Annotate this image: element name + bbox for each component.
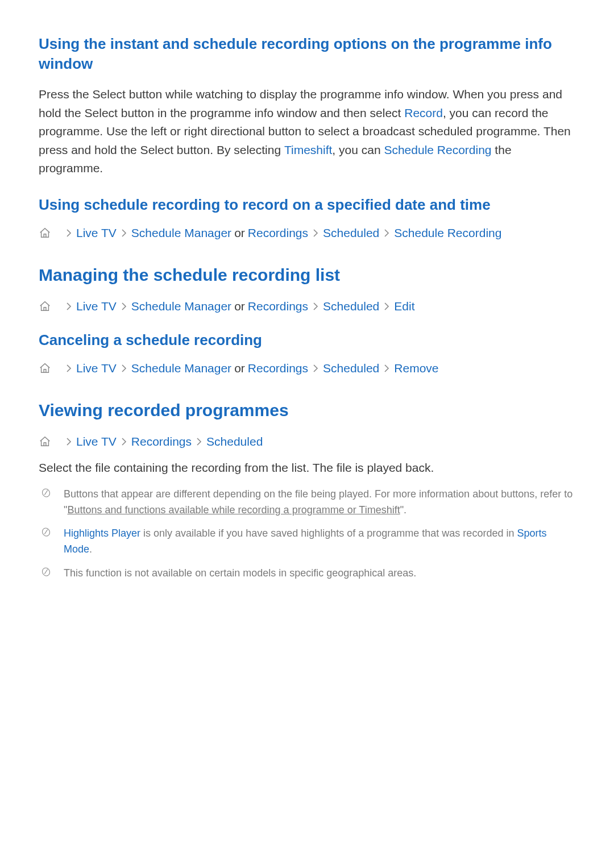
chevron-right-icon <box>63 438 74 446</box>
link-schedule-recording[interactable]: Schedule Recording <box>384 143 491 156</box>
note-icon <box>41 527 51 537</box>
svg-line-3 <box>44 530 47 534</box>
link-timeshift[interactable]: Timeshift <box>284 143 332 156</box>
section-title-using-schedule: Using schedule recording to record on a … <box>39 195 575 215</box>
chevron-right-icon <box>310 229 321 237</box>
chevron-right-icon <box>63 302 74 310</box>
section1-body: Press the Select button while watching t… <box>39 85 575 178</box>
note-item: This function is not available on certai… <box>39 566 575 582</box>
crumb-live-tv[interactable]: Live TV <box>76 300 117 313</box>
section5-body: Select the file containing the recording… <box>39 459 575 477</box>
chevron-right-icon <box>118 438 130 446</box>
chevron-right-icon <box>193 438 205 446</box>
crumb-recordings[interactable]: Recordings <box>248 300 308 313</box>
note-item: Highlights Player is only available if y… <box>39 526 575 558</box>
section-title-managing: Managing the schedule recording list <box>39 264 575 286</box>
home-icon <box>39 435 51 448</box>
chevron-right-icon <box>63 229 74 237</box>
chevron-right-icon <box>118 302 130 310</box>
svg-line-1 <box>44 490 47 495</box>
nav-path-edit: Live TV Schedule Manager or Recordings S… <box>39 300 575 313</box>
nav-path-viewing: Live TV Recordings Scheduled <box>39 435 575 448</box>
section-title-viewing: Viewing recorded programmes <box>39 399 575 421</box>
note-icon <box>41 567 51 577</box>
crumb-action[interactable]: Schedule Recording <box>394 226 501 240</box>
crumb-recordings[interactable]: Recordings <box>131 435 192 448</box>
section-title-instant-schedule: Using the instant and schedule recording… <box>39 34 575 74</box>
crumb-scheduled[interactable]: Scheduled <box>323 226 379 240</box>
chevron-right-icon <box>381 302 392 310</box>
crumb-action[interactable]: Remove <box>394 362 438 375</box>
home-icon <box>39 362 51 375</box>
crumb-schedule-manager[interactable]: Schedule Manager <box>131 300 231 313</box>
link-record[interactable]: Record <box>404 106 443 119</box>
document-page: Using the instant and schedule recording… <box>0 0 614 868</box>
text: is only available if you have saved high… <box>140 528 517 539</box>
crumb-action[interactable]: Edit <box>394 300 414 313</box>
chevron-right-icon <box>118 364 130 372</box>
crumb-live-tv[interactable]: Live TV <box>76 226 117 240</box>
home-icon <box>39 227 51 239</box>
text: This function is not available on certai… <box>64 567 416 579</box>
nav-path-remove: Live TV Schedule Manager or Recordings S… <box>39 362 575 375</box>
note-icon <box>41 488 51 498</box>
or-text: or <box>231 362 248 375</box>
crumb-scheduled[interactable]: Scheduled <box>206 435 263 448</box>
chevron-right-icon <box>381 364 392 372</box>
crumb-recordings[interactable]: Recordings <box>248 226 308 240</box>
chevron-right-icon <box>381 229 392 237</box>
crumb-scheduled[interactable]: Scheduled <box>323 362 379 375</box>
chevron-right-icon <box>63 364 74 372</box>
note-item: Buttons that appear are different depend… <box>39 487 575 518</box>
section-title-canceling: Canceling a schedule recording <box>39 330 575 350</box>
crumb-recordings[interactable]: Recordings <box>248 362 308 375</box>
chevron-right-icon <box>310 364 321 372</box>
chevron-right-icon <box>310 302 321 310</box>
crumb-scheduled[interactable]: Scheduled <box>323 300 379 313</box>
svg-line-5 <box>44 570 47 574</box>
notes-list: Buttons that appear are different depend… <box>39 487 575 582</box>
nav-path-schedule-recording: Live TV Schedule Manager or Recordings S… <box>39 226 575 240</box>
text: . <box>89 543 92 555</box>
link-highlights-player[interactable]: Highlights Player <box>64 528 140 539</box>
link-buttons-functions[interactable]: Buttons and functions available while re… <box>67 504 400 516</box>
text: , you can <box>332 143 384 156</box>
home-icon <box>39 300 51 313</box>
chevron-right-icon <box>118 229 130 237</box>
crumb-live-tv[interactable]: Live TV <box>76 435 117 448</box>
or-text: or <box>231 226 248 240</box>
or-text: or <box>231 300 248 313</box>
crumb-live-tv[interactable]: Live TV <box>76 362 117 375</box>
text: ". <box>400 504 406 516</box>
crumb-schedule-manager[interactable]: Schedule Manager <box>131 226 231 240</box>
crumb-schedule-manager[interactable]: Schedule Manager <box>131 362 231 375</box>
